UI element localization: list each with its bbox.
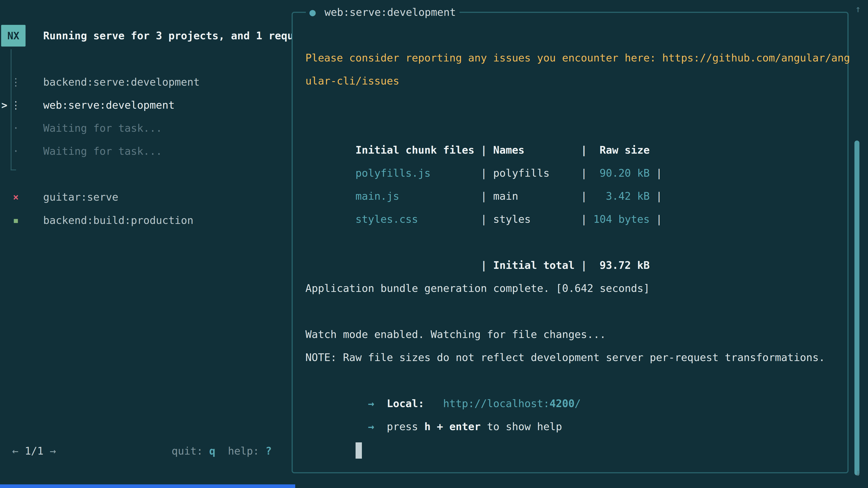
note-line: NOTE: Raw file sizes do not reflect deve…: [305, 346, 843, 369]
chunk-file: styles.css: [355, 207, 474, 231]
table-header-row: Initial chunk files|Names|Raw size: [305, 116, 843, 138]
pipe: |: [480, 190, 487, 202]
scrollbar-thumb[interactable]: [855, 140, 860, 475]
pipe: |: [656, 167, 662, 179]
total-size: 93.72 kB: [593, 254, 650, 277]
task-row-waiting-1[interactable]: · Waiting for task...: [9, 117, 162, 140]
chunk-file: polyfills.js: [355, 162, 474, 185]
scroll-down-icon[interactable]: ↓: [851, 466, 865, 480]
help-pre: press: [387, 420, 424, 433]
pipe: |: [581, 144, 587, 156]
page-prev-icon[interactable]: ←: [12, 445, 19, 457]
pipe: |: [480, 167, 487, 179]
nx-logo: NX: [1, 25, 26, 46]
task-label: Waiting for task...: [43, 145, 162, 157]
task-label: backend:serve:development: [43, 76, 199, 88]
pipe: |: [480, 213, 487, 225]
nx-tui-screen: NX Running serve for 3 projects, and 1 r…: [0, 0, 868, 488]
pagination: ← 1/1 →: [12, 440, 56, 462]
help-keys: h + enter: [424, 420, 480, 433]
page-next-icon[interactable]: →: [50, 445, 56, 457]
help-post: to show help: [480, 420, 562, 433]
task-label: backend:build:production: [43, 214, 193, 226]
local-label: Local:: [387, 397, 424, 410]
watch-mode-line: Watch mode enabled. Watching for file ch…: [305, 323, 843, 346]
scroll-up-icon[interactable]: ↑: [851, 2, 865, 16]
notice-line-1: Please consider reporting any issues you…: [305, 46, 843, 69]
local-url-line: →Local:http://localhost:4200/: [305, 369, 843, 392]
terminal-output: Please consider reporting any issues you…: [305, 23, 843, 438]
pipe: |: [480, 259, 487, 271]
arrow-icon: →: [368, 420, 374, 433]
pipe: |: [581, 167, 587, 179]
task-label: web:serve:development: [43, 99, 175, 111]
spinner-icon: ⋮: [9, 76, 22, 88]
chunk-size: 3.42 kB: [593, 185, 650, 207]
task-row-web-serve[interactable]: ⋮ web:serve:development: [9, 94, 175, 117]
page-indicator: 1/1: [25, 445, 43, 457]
task-label: guitar:serve: [43, 191, 118, 203]
selected-task-caret-icon: >: [1, 94, 7, 117]
bottom-status-bar: [0, 484, 295, 488]
running-bullet-icon: ●: [309, 6, 316, 18]
pipe: |: [581, 213, 587, 225]
pipe: |: [656, 213, 662, 225]
bundle-complete-line: Application bundle generation complete. …: [305, 277, 843, 300]
blank-line: [305, 23, 843, 46]
pipe: |: [581, 259, 587, 271]
task-group-line-foot: [11, 169, 16, 170]
local-port[interactable]: 4200: [550, 397, 575, 410]
sidebar-title: Running serve for 3 projects, and 1 requ: [43, 25, 291, 46]
help-hint-label: help:: [228, 445, 259, 457]
pending-dot-icon: ·: [9, 122, 22, 134]
arrow-icon: →: [368, 397, 374, 410]
chunk-size: 90.20 kB: [593, 162, 650, 185]
chunk-name: main: [493, 185, 575, 207]
notice-line-2: ular-cli/issues: [305, 69, 843, 92]
chunk-name: styles: [493, 207, 575, 231]
terminal-cursor: [355, 442, 362, 459]
local-url[interactable]: http://localhost:: [443, 397, 550, 410]
spinner-icon: ⋮: [9, 99, 22, 111]
pipe: |: [480, 144, 487, 156]
local-url-slash[interactable]: /: [575, 397, 581, 410]
terminal-title-text: web:serve:development: [324, 6, 456, 18]
terminal-panel-title: ● web:serve:development: [306, 6, 460, 18]
task-row-guitar-serve[interactable]: × guitar:serve: [9, 186, 118, 208]
task-row-backend-build[interactable]: ■ backend:build:production: [9, 209, 193, 232]
pending-dot-icon: ·: [9, 145, 22, 157]
total-label: Initial total: [493, 254, 575, 277]
chunk-file: main.js: [355, 185, 474, 207]
blank-line: [305, 300, 843, 323]
pipe: |: [656, 190, 662, 202]
pipe: |: [581, 190, 587, 202]
quit-hint-label: quit:: [172, 445, 203, 457]
task-row-backend-serve[interactable]: ⋮ backend:serve:development: [9, 70, 199, 94]
help-key: ?: [266, 445, 272, 457]
header-names: Names: [493, 138, 575, 162]
chunk-name: polyfills: [493, 162, 575, 185]
success-square-icon: ■: [9, 217, 22, 224]
chunk-size: 104 bytes: [593, 207, 650, 231]
failed-cross-icon: ×: [9, 192, 22, 203]
task-row-waiting-2[interactable]: · Waiting for task...: [9, 140, 162, 163]
terminal-output-panel[interactable]: ● web:serve:development Please consider …: [291, 12, 848, 473]
quit-key: q: [209, 445, 215, 457]
task-label: Waiting for task...: [43, 122, 162, 134]
keyboard-hints: quit: q help: ?: [172, 440, 272, 462]
header-size: Raw size: [593, 138, 650, 162]
blank-line: [305, 92, 843, 116]
header-files: Initial chunk files: [355, 138, 474, 162]
table-total-row: |Initial total|93.72 kB: [305, 231, 843, 254]
